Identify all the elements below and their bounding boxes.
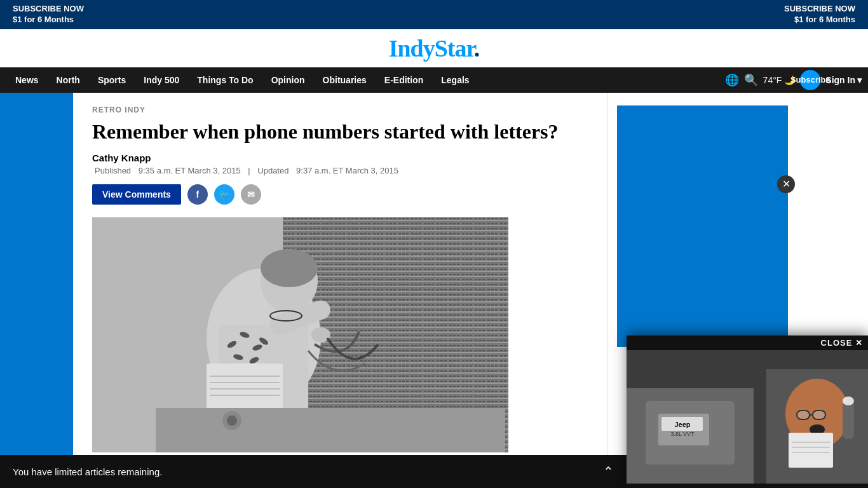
limited-articles-text: You have limited articles remaining.	[13, 466, 162, 477]
svg-rect-26	[156, 408, 505, 452]
facebook-share-button[interactable]: f	[187, 184, 208, 205]
twitter-share-button[interactable]: 🐦	[214, 184, 234, 205]
article-title: Remember when phone numbers started with…	[92, 119, 588, 144]
main-nav: News North Sports Indy 500 Things To Do …	[0, 67, 868, 93]
article-image	[92, 217, 508, 452]
svg-rect-42	[813, 410, 825, 419]
action-bar: View Comments f 🐦 ✉	[92, 184, 588, 205]
nav-indy500[interactable]: Indy 500	[135, 67, 188, 93]
globe-icon[interactable]: 🌐	[725, 73, 739, 87]
svg-point-30	[227, 416, 237, 426]
ad-close-button[interactable]: ✕	[777, 175, 795, 193]
svg-point-10	[261, 249, 318, 287]
email-share-button[interactable]: ✉	[241, 184, 261, 205]
subscribe-right-link[interactable]: SUBSCRIBE NOW $1 for 6 Months	[784, 4, 855, 25]
publish-info: Published 9:35 a.m. ET March 3, 2015 | U…	[92, 166, 588, 175]
signin-button[interactable]: Sign In ▾	[825, 75, 862, 85]
updated-time: 9:37 a.m. ET March 3, 2015	[296, 166, 398, 175]
published-label: Published	[95, 166, 131, 175]
nav-sports[interactable]: Sports	[89, 67, 135, 93]
author-name: Cathy Knapp	[92, 152, 588, 163]
left-sidebar-ad	[0, 93, 73, 488]
svg-point-50	[843, 396, 854, 405]
bottom-notification-bar: You have limited articles remaining. ⌃	[0, 455, 627, 488]
right-ad-area	[617, 105, 788, 347]
updated-label: Updated	[257, 166, 288, 175]
nav-thingstodo[interactable]: Things To Do	[188, 67, 262, 93]
video-player-header: Close ✕	[627, 336, 868, 350]
svg-text:3.6L VVT: 3.6L VVT	[670, 431, 695, 437]
subscribe-left-link[interactable]: SUBSCRIBE NOW $1 for 6 Months	[13, 4, 84, 25]
nav-right-controls: 🌐 🔍 74°F 🌙 Subscribe Sign In ▾	[725, 70, 862, 90]
video-close-button[interactable]: Close ✕	[821, 338, 863, 348]
nav-news[interactable]: News	[6, 67, 48, 93]
nav-north[interactable]: North	[48, 67, 89, 93]
section-label: RETRO INDY	[92, 105, 588, 114]
svg-rect-49	[843, 401, 854, 439]
nav-legals[interactable]: Legals	[432, 67, 478, 93]
video-player: Close ✕ Jeep 3.6L VVT	[627, 336, 868, 488]
chevron-down-icon: ▾	[857, 75, 862, 85]
nav-eedition[interactable]: E-Edition	[376, 67, 432, 93]
site-header: IndyStar.	[0, 29, 868, 67]
nav-obituaries[interactable]: Obituaries	[314, 67, 376, 93]
site-logo[interactable]: IndyStar.	[389, 34, 480, 62]
video-content[interactable]: Jeep 3.6L VVT	[627, 350, 868, 484]
svg-rect-41	[797, 410, 810, 419]
search-icon[interactable]: 🔍	[744, 73, 758, 87]
article-image-container: switchboard. The Star 1956 File Photo	[92, 217, 588, 464]
published-time: 9:35 a.m. ET March 3, 2015	[139, 166, 241, 175]
separator: |	[248, 166, 250, 175]
view-comments-button[interactable]: View Comments	[92, 184, 181, 205]
chevron-up-icon[interactable]: ⌃	[603, 464, 614, 479]
main-content: RETRO INDY Remember when phone numbers s…	[73, 93, 607, 488]
svg-rect-45	[789, 433, 833, 468]
svg-text:Jeep: Jeep	[674, 421, 690, 428]
top-banner: SUBSCRIBE NOW $1 for 6 Months SUBSCRIBE …	[0, 0, 868, 29]
subscribe-nav-button[interactable]: Subscribe	[800, 70, 820, 90]
nav-opinion[interactable]: Opinion	[262, 67, 314, 93]
